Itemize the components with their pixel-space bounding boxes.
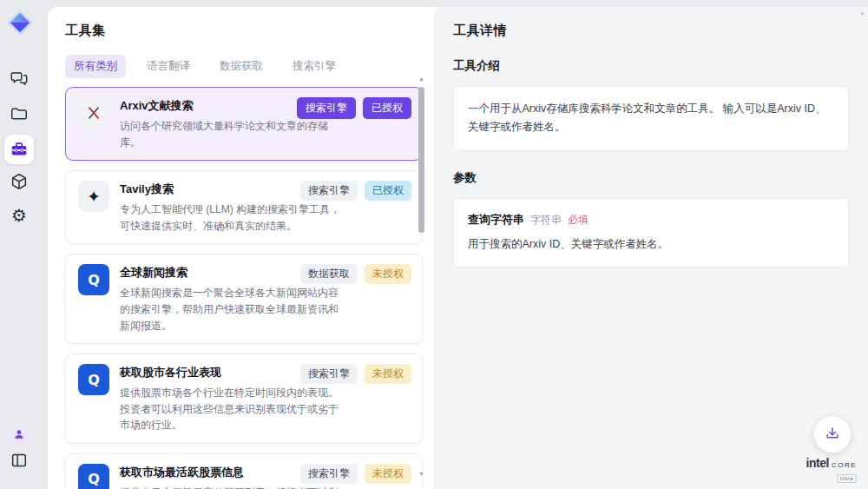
tool-description: 专为人工智能代理 (LLM) 构建的搜索引擎工具，可快速提供实时、准确和真实的结…	[120, 202, 347, 234]
intel-core-logo: intel core Ultra	[806, 457, 857, 483]
auth-status-badge: 未授权	[365, 364, 411, 384]
scrollbar-thumb[interactable]	[418, 87, 424, 233]
tab-data-fetch[interactable]: 数据获取	[211, 55, 272, 78]
main-window: 工具集 所有类别 语言翻译 数据获取 搜索引擎 Arxiv文献搜索	[48, 7, 868, 489]
scroll-up-arrow[interactable]: ▲	[417, 75, 426, 83]
intro-heading: 工具介绍	[453, 58, 849, 74]
tool-card-arxiv[interactable]: Arxiv文献搜索 访问各个研究领域大量科学论文和文章的存储库。 搜索引擎 已授…	[65, 87, 423, 161]
app-logo	[7, 10, 33, 36]
intro-card: 一个用于从Arxiv存储库搜索科学论文和文章的工具。 输入可以是Arxiv ID…	[453, 86, 849, 151]
package-icon[interactable]	[9, 171, 30, 192]
category-tabs: 所有类别 语言翻译 数据获取 搜索引擎	[65, 55, 428, 78]
tab-search-engine[interactable]: 搜索引擎	[284, 55, 345, 78]
tool-detail-panel: ▲ 工具详情 工具介绍 一个用于从Arxiv存储库搜索科学论文和文章的工具。 输…	[434, 7, 868, 489]
auth-status-badge: 未授权	[365, 264, 411, 284]
tool-card-global-news[interactable]: Q 全球新闻搜索 全球新闻搜索是一个聚合全球各大新闻网站内容的搜索引擎，帮助用户…	[65, 254, 423, 344]
tool-description: 访问各个研究领域大量科学论文和文章的存储库。	[120, 118, 347, 150]
tab-language-translation[interactable]: 语言翻译	[138, 55, 199, 78]
arxiv-icon	[78, 97, 109, 129]
panel-toggle-icon[interactable]	[9, 450, 30, 471]
tool-description: 全球新闻搜索是一个聚合全球各大新闻网站内容的搜索引擎，帮助用户快速获取全球最新资…	[120, 285, 347, 334]
intro-text: 一个用于从Arxiv存储库搜索科学论文和文章的工具。 输入可以是Arxiv ID…	[468, 100, 834, 137]
folder-icon[interactable]	[9, 103, 30, 124]
download-button[interactable]	[814, 416, 851, 453]
category-badge: 搜索引擎	[300, 464, 358, 484]
detail-title: 工具详情	[453, 23, 849, 39]
sidebar: ⚙	[0, 0, 48, 489]
list-scrollbar[interactable]: ▲ ▼	[417, 75, 426, 479]
news-api-icon: Q	[78, 264, 109, 295]
category-badge: 数据获取	[300, 264, 358, 284]
tool-card-stock-sectors[interactable]: Q 获取股市各行业表现 提供股票市场各个行业在特定时间段内的表现。投资者可以利用…	[65, 354, 423, 444]
chat-icon[interactable]	[9, 68, 30, 89]
brand-intel-text: intel	[806, 457, 829, 469]
tab-all-categories[interactable]: 所有类别	[65, 55, 126, 78]
tool-list-panel: 工具集 所有类别 语言翻译 数据获取 搜索引擎 Arxiv文献搜索	[48, 7, 428, 489]
category-badge: 搜索引擎	[300, 364, 358, 384]
brand-core-text: core	[832, 459, 857, 469]
news-api-icon: Q	[78, 464, 109, 489]
brand-ultra-badge: Ultra	[837, 474, 857, 483]
param-description: 用于搜索的Arxiv ID、关键字或作者姓名。	[468, 235, 834, 254]
param-required-flag: 必填	[568, 213, 589, 228]
param-name: 查询字符串	[468, 212, 524, 228]
tool-card-list: Arxiv文献搜索 访问各个研究领域大量科学论文和文章的存储库。 搜索引擎 已授…	[65, 87, 423, 489]
page-title: 工具集	[65, 23, 428, 39]
tool-description: 提供当天交易量最高的股票列表，投资者可以利用这些信息来识别流动性强的股票和潜在的…	[120, 485, 347, 489]
params-heading: 参数	[453, 170, 849, 186]
parameter-card: 查询字符串 字符串 必填 用于搜索的Arxiv ID、关键字或作者姓名。	[453, 198, 849, 268]
tool-card-active-stocks[interactable]: Q 获取市场最活跃股票信息 提供当天交易量最高的股票列表，投资者可以利用这些信息…	[65, 453, 423, 489]
category-badge: 搜索引擎	[297, 97, 356, 119]
auth-status-badge: 已授权	[365, 181, 411, 201]
auth-status-badge: 未授权	[365, 464, 411, 484]
settings-gear-icon[interactable]: ⚙	[9, 205, 30, 226]
detail-scroll-arrow: ▲	[859, 10, 865, 16]
scroll-down-arrow[interactable]: ▼	[417, 470, 426, 479]
tool-description: 提供股票市场各个行业在特定时间段内的表现。投资者可以利用这些信息来识别表现优于或…	[120, 385, 347, 433]
tool-card-tavily[interactable]: ✦ Tavily搜索 专为人工智能代理 (LLM) 构建的搜索引擎工具，可快速提…	[65, 170, 423, 244]
toolbox-icon-active[interactable]	[4, 135, 34, 164]
param-type: 字符串	[530, 213, 562, 228]
news-api-icon: Q	[78, 364, 109, 395]
category-badge: 搜索引擎	[300, 181, 358, 201]
user-avatar-icon[interactable]	[8, 423, 30, 446]
auth-status-badge: 已授权	[363, 97, 411, 119]
sparkle-icon: ✦	[78, 181, 109, 212]
